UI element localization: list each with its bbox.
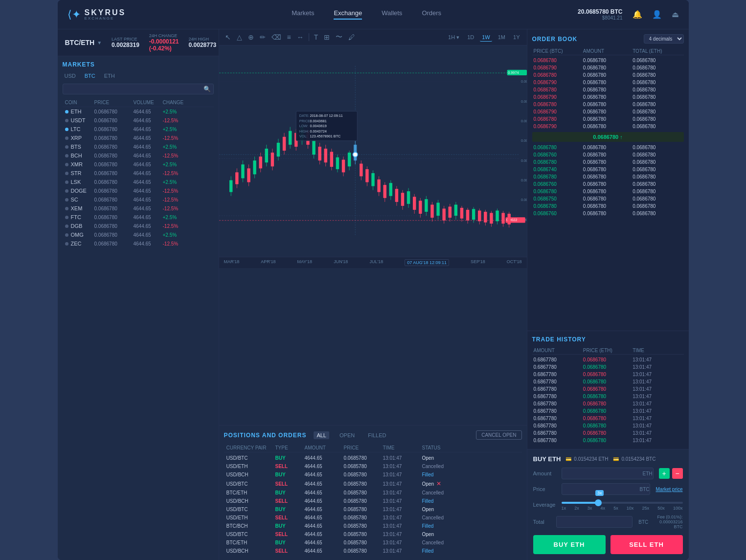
- chart-canvas[interactable]: 0.0080 0.0070 0.0060 0.0050 0.0040 0.003…: [219, 45, 527, 425]
- list-item[interactable]: LSK 0.0686780 4644.65 +2.5%: [63, 178, 214, 186]
- tf-1d[interactable]: 1D: [465, 33, 476, 42]
- tf-1w[interactable]: 1W: [480, 33, 492, 42]
- table-row[interactable]: 0.0686790 0.0686780 0.0686780: [532, 93, 684, 101]
- bid-amount: 0.0686780: [583, 174, 633, 179]
- delete-order-button[interactable]: ✕: [436, 480, 441, 487]
- tool-lines[interactable]: ≡: [286, 32, 292, 42]
- tool-search[interactable]: ⊕: [247, 32, 255, 42]
- tf-1h[interactable]: 1H ▾: [446, 33, 461, 42]
- ticker-pair[interactable]: BTC/ETH ▼: [65, 39, 102, 46]
- table-row[interactable]: 0.0686780 0.0686780 0.0686780: [532, 173, 684, 180]
- list-item[interactable]: SC 0.0686780 4644.65 -12.5%: [63, 195, 214, 204]
- list-item[interactable]: OMG 0.0686780 4644.65 +2.5%: [63, 230, 214, 239]
- list-item[interactable]: BTS 0.0686780 4644.65 +2.5%: [63, 142, 214, 151]
- price-input[interactable]: [562, 483, 651, 495]
- buy-eth-button[interactable]: BUY ETH: [533, 535, 606, 554]
- tool-pencil[interactable]: 🖊: [347, 32, 356, 42]
- market-price-link[interactable]: Market price: [656, 487, 682, 492]
- user-icon[interactable]: 👤: [652, 10, 662, 19]
- tab-open[interactable]: OPEN: [337, 431, 358, 439]
- total-input[interactable]: [556, 516, 633, 528]
- amount-plus-button[interactable]: +: [659, 468, 670, 479]
- market-search-input[interactable]: [63, 84, 214, 94]
- nav-exchange[interactable]: Exchange: [334, 9, 362, 20]
- currency-tab-usd[interactable]: USD: [63, 72, 78, 80]
- amount-input[interactable]: [562, 468, 654, 479]
- tool-fib[interactable]: 〜: [335, 32, 343, 43]
- amount-minus-button[interactable]: −: [672, 468, 683, 479]
- sell-eth-button[interactable]: SELL ETH: [610, 535, 683, 554]
- tab-all[interactable]: ALL: [314, 431, 329, 439]
- tf-1y[interactable]: 1Y: [511, 33, 521, 42]
- coin-dot: [65, 198, 68, 202]
- notification-icon[interactable]: 🔔: [633, 10, 642, 19]
- tf-1m[interactable]: 1M: [496, 33, 507, 42]
- table-row[interactable]: 0.0686750 0.0686780 0.0686780: [532, 195, 684, 202]
- list-item[interactable]: LTC 0.0686780 4644.65 +2.5%: [63, 125, 214, 134]
- list-item[interactable]: FTC 0.0686780 4644.65 +2.5%: [63, 213, 214, 222]
- cancel-open-button[interactable]: CANCEL OPEN: [476, 430, 521, 440]
- svg-rect-62: [330, 152, 333, 167]
- decimals-select[interactable]: 4 decimals 2 decimals 6 decimals: [644, 34, 684, 44]
- table-row[interactable]: 0.0686780 0.0686780 0.0686780: [532, 71, 684, 79]
- table-row[interactable]: 0.0686780 0.0686780 0.0686780: [532, 115, 684, 123]
- list-item[interactable]: BCH 0.0686780 4644.65 -12.5%: [63, 151, 214, 160]
- table-row[interactable]: 0.0686780 0.0686780 0.0686780: [532, 158, 684, 166]
- logout-icon[interactable]: ⏏: [672, 10, 679, 19]
- table-row[interactable]: 0.0686760 0.0686780 0.0686780: [532, 210, 684, 217]
- tool-arrow[interactable]: ↔: [296, 32, 305, 42]
- leverage-slider[interactable]: [562, 502, 683, 504]
- nav-wallets[interactable]: Wallets: [382, 9, 402, 20]
- table-row[interactable]: 0.0686760 0.0686780 0.0686780: [532, 151, 684, 158]
- tool-cursor[interactable]: ↖: [224, 32, 232, 42]
- list-item[interactable]: XMR 0.0686780 4644.65 +2.5%: [63, 160, 214, 169]
- order-price: 0.0685780: [344, 498, 383, 504]
- balance-usd: $8041.21: [578, 15, 622, 21]
- high-value: 0.0028773: [189, 42, 217, 48]
- tool-crosshair[interactable]: ⊞: [323, 32, 331, 42]
- svg-rect-120: [501, 213, 504, 224]
- table-row[interactable]: 0.0686780 0.0686780 0.0686780: [532, 101, 684, 108]
- table-row[interactable]: 0.0686780 0.0686780 0.0686780: [532, 202, 684, 210]
- list-item[interactable]: ZEC 0.0686780 4644.65 -12.5%: [63, 239, 214, 248]
- list-item[interactable]: XEM 0.0686780 4644.65 -12.5%: [63, 204, 214, 213]
- high-stat: 24H HIGH 0.0028773: [189, 37, 217, 48]
- tool-eraser[interactable]: ⌫: [271, 32, 282, 42]
- nav-markets[interactable]: Markets: [292, 9, 314, 20]
- table-row[interactable]: 0.0686790 0.0686780 0.0686780: [532, 108, 684, 115]
- table-row[interactable]: 0.0686740 0.0686780 0.0686780: [532, 166, 684, 173]
- list-item[interactable]: DOGE 0.0686780 4644.65 -12.5%: [63, 186, 214, 195]
- dropdown-icon[interactable]: ▼: [97, 40, 102, 45]
- svg-rect-114: [484, 212, 487, 223]
- list-item[interactable]: USDT 0.0686780 4644.65 -12.5%: [63, 116, 214, 125]
- table-row[interactable]: 0.0686790 0.0686780 0.0686780: [532, 64, 684, 71]
- table-row: USD/BTC SELL 4644.65 0.0685780 13:01:47 …: [224, 479, 522, 489]
- table-row: 0.6867780 0.0686780 13:01:47: [532, 393, 684, 400]
- currency-tab-eth[interactable]: ETH: [102, 72, 117, 80]
- ask-total: 0.0686780: [633, 65, 682, 70]
- table-row[interactable]: 0.0686760 0.0686780 0.0686780: [532, 180, 684, 188]
- tool-triangle[interactable]: △: [236, 32, 243, 42]
- amount-currency: ETH: [643, 471, 653, 476]
- svg-point-134: [353, 152, 358, 157]
- tool-text[interactable]: T: [313, 32, 319, 42]
- currency-tab-btc[interactable]: BTC: [83, 72, 97, 80]
- coin-dot: [65, 216, 68, 219]
- table-row[interactable]: 0.0686780 0.0686780 0.0686780: [532, 86, 684, 93]
- list-item[interactable]: XRP 0.0686780 4644.65 -12.5%: [63, 134, 214, 142]
- buy-eth-title: BUY ETH: [533, 455, 561, 463]
- table-row[interactable]: 0.0686780 0.0686780 0.0686780: [532, 57, 684, 64]
- list-item[interactable]: DGB 0.0686780 4644.65 -12.5%: [63, 222, 214, 230]
- nav-orders[interactable]: Orders: [422, 9, 441, 20]
- order-status: Open: [422, 455, 461, 461]
- search-icon[interactable]: 🔍: [203, 86, 211, 92]
- balance-btc: 20.0685780 BTC: [578, 8, 622, 15]
- list-item[interactable]: ETH 0.0686780 4644.65 +2.5%: [63, 107, 214, 116]
- table-row[interactable]: 0.0686780 0.0686780 0.0686780: [532, 144, 684, 151]
- tool-brush[interactable]: ✏: [259, 32, 267, 42]
- table-row[interactable]: 0.0686790 0.0686780 0.0686780: [532, 123, 684, 130]
- tab-filled[interactable]: FILLED: [365, 431, 389, 439]
- table-row[interactable]: 0.0686790 0.0686780 0.0686780: [532, 79, 684, 86]
- table-row[interactable]: 0.0686780 0.0686780 0.0686780: [532, 188, 684, 195]
- list-item[interactable]: STR 0.0686780 4644.65 -12.5%: [63, 169, 214, 178]
